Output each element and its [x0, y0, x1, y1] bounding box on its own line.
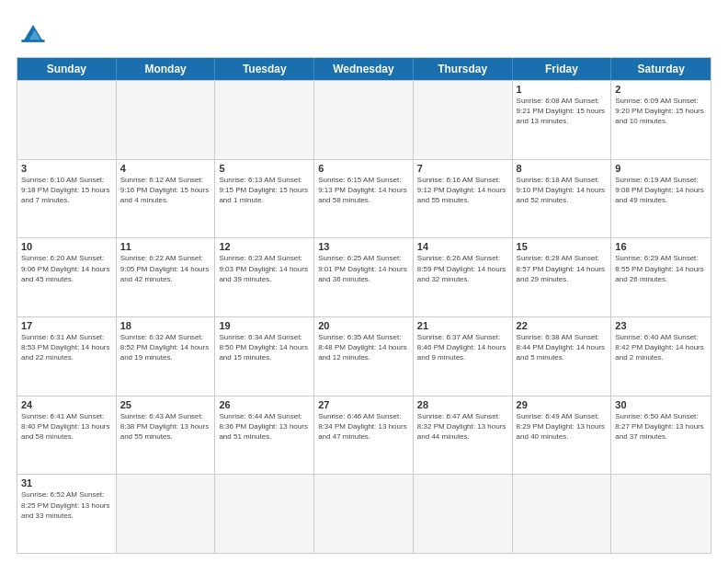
day-info: Sunrise: 6:12 AM Sunset: 9:16 PM Dayligh…	[120, 175, 211, 206]
day-info: Sunrise: 6:29 AM Sunset: 8:55 PM Dayligh…	[615, 253, 707, 284]
day-cell-12: 12Sunrise: 6:23 AM Sunset: 9:03 PM Dayli…	[215, 238, 314, 316]
day-cell-24: 24Sunrise: 6:41 AM Sunset: 8:40 PM Dayli…	[17, 396, 117, 475]
day-info: Sunrise: 6:28 AM Sunset: 8:57 PM Dayligh…	[517, 253, 608, 284]
logo-icon	[17, 17, 50, 50]
day-cell-13: 13Sunrise: 6:25 AM Sunset: 9:01 PM Dayli…	[314, 238, 414, 316]
day-cell-5: 5Sunrise: 6:13 AM Sunset: 9:15 PM Daylig…	[215, 160, 314, 238]
svg-rect-2	[21, 40, 44, 42]
day-cell-8: 8Sunrise: 6:18 AM Sunset: 9:10 PM Daylig…	[513, 160, 612, 238]
day-number: 4	[120, 163, 211, 174]
calendar-row-0: 1Sunrise: 6:08 AM Sunset: 9:21 PM Daylig…	[17, 80, 711, 159]
day-number: 20	[318, 320, 409, 331]
day-number: 31	[21, 477, 112, 488]
empty-cell-5-5	[513, 475, 612, 553]
day-number: 2	[615, 84, 707, 95]
day-cell-29: 29Sunrise: 6:49 AM Sunset: 8:29 PM Dayli…	[513, 396, 612, 475]
empty-cell-5-1	[117, 475, 216, 553]
day-cell-21: 21Sunrise: 6:37 AM Sunset: 8:46 PM Dayli…	[414, 317, 513, 396]
day-cell-10: 10Sunrise: 6:20 AM Sunset: 9:06 PM Dayli…	[17, 238, 117, 316]
weekday-header-monday: Monday	[117, 58, 216, 80]
day-info: Sunrise: 6:47 AM Sunset: 8:32 PM Dayligh…	[417, 411, 508, 442]
day-cell-19: 19Sunrise: 6:34 AM Sunset: 8:50 PM Dayli…	[215, 317, 314, 396]
day-cell-30: 30Sunrise: 6:50 AM Sunset: 8:27 PM Dayli…	[611, 396, 711, 475]
day-number: 11	[120, 241, 211, 252]
day-number: 13	[318, 241, 409, 252]
day-info: Sunrise: 6:52 AM Sunset: 8:25 PM Dayligh…	[21, 489, 112, 521]
day-info: Sunrise: 6:49 AM Sunset: 8:29 PM Dayligh…	[517, 411, 608, 442]
day-info: Sunrise: 6:23 AM Sunset: 9:03 PM Dayligh…	[219, 253, 310, 284]
day-number: 14	[417, 241, 508, 252]
day-info: Sunrise: 6:37 AM Sunset: 8:46 PM Dayligh…	[417, 332, 508, 363]
day-cell-2: 2Sunrise: 6:09 AM Sunset: 9:20 PM Daylig…	[611, 81, 711, 159]
empty-cell-0-3	[314, 81, 414, 159]
day-number: 27	[318, 399, 409, 410]
day-info: Sunrise: 6:40 AM Sunset: 8:42 PM Dayligh…	[615, 332, 707, 363]
day-number: 12	[219, 241, 310, 252]
day-info: Sunrise: 6:09 AM Sunset: 9:20 PM Dayligh…	[615, 96, 707, 127]
day-cell-27: 27Sunrise: 6:46 AM Sunset: 8:34 PM Dayli…	[314, 396, 414, 475]
day-number: 26	[219, 399, 310, 410]
empty-cell-5-2	[215, 475, 314, 553]
day-info: Sunrise: 6:43 AM Sunset: 8:38 PM Dayligh…	[120, 411, 211, 442]
header	[17, 17, 711, 50]
day-cell-7: 7Sunrise: 6:16 AM Sunset: 9:12 PM Daylig…	[414, 160, 513, 238]
day-cell-26: 26Sunrise: 6:44 AM Sunset: 8:36 PM Dayli…	[215, 396, 314, 475]
day-cell-28: 28Sunrise: 6:47 AM Sunset: 8:32 PM Dayli…	[414, 396, 513, 475]
day-info: Sunrise: 6:44 AM Sunset: 8:36 PM Dayligh…	[219, 411, 310, 442]
day-number: 8	[517, 163, 608, 174]
day-cell-16: 16Sunrise: 6:29 AM Sunset: 8:55 PM Dayli…	[611, 238, 711, 316]
day-number: 5	[219, 163, 310, 174]
empty-cell-0-2	[215, 81, 314, 159]
day-info: Sunrise: 6:31 AM Sunset: 8:53 PM Dayligh…	[21, 332, 112, 363]
day-info: Sunrise: 6:50 AM Sunset: 8:27 PM Dayligh…	[615, 411, 707, 442]
day-cell-20: 20Sunrise: 6:35 AM Sunset: 8:48 PM Dayli…	[314, 317, 414, 396]
day-info: Sunrise: 6:16 AM Sunset: 9:12 PM Dayligh…	[417, 175, 508, 206]
day-cell-14: 14Sunrise: 6:26 AM Sunset: 8:59 PM Dayli…	[414, 238, 513, 316]
day-info: Sunrise: 6:25 AM Sunset: 9:01 PM Dayligh…	[318, 253, 409, 284]
day-info: Sunrise: 6:10 AM Sunset: 9:18 PM Dayligh…	[21, 175, 112, 206]
day-cell-4: 4Sunrise: 6:12 AM Sunset: 9:16 PM Daylig…	[117, 160, 216, 238]
empty-cell-0-0	[17, 81, 117, 159]
empty-cell-5-3	[314, 475, 414, 553]
weekday-header-wednesday: Wednesday	[314, 58, 414, 80]
day-info: Sunrise: 6:18 AM Sunset: 9:10 PM Dayligh…	[517, 175, 608, 206]
day-cell-18: 18Sunrise: 6:32 AM Sunset: 8:52 PM Dayli…	[117, 317, 216, 396]
day-cell-1: 1Sunrise: 6:08 AM Sunset: 9:21 PM Daylig…	[513, 81, 612, 159]
day-info: Sunrise: 6:32 AM Sunset: 8:52 PM Dayligh…	[120, 332, 211, 363]
day-number: 22	[517, 320, 608, 331]
day-info: Sunrise: 6:19 AM Sunset: 9:08 PM Dayligh…	[615, 175, 707, 206]
day-number: 29	[517, 399, 608, 410]
calendar-row-3: 17Sunrise: 6:31 AM Sunset: 8:53 PM Dayli…	[17, 316, 711, 396]
empty-cell-5-4	[414, 475, 513, 553]
calendar-header-row: SundayMondayTuesdayWednesdayThursdayFrid…	[17, 58, 711, 80]
empty-cell-0-1	[117, 81, 216, 159]
day-number: 21	[417, 320, 508, 331]
day-cell-25: 25Sunrise: 6:43 AM Sunset: 8:38 PM Dayli…	[117, 396, 216, 475]
calendar: SundayMondayTuesdayWednesdayThursdayFrid…	[17, 57, 711, 554]
empty-cell-0-4	[414, 81, 513, 159]
day-cell-31: 31Sunrise: 6:52 AM Sunset: 8:25 PM Dayli…	[17, 475, 117, 553]
day-number: 24	[21, 399, 112, 410]
day-number: 6	[318, 163, 409, 174]
day-number: 25	[120, 399, 211, 410]
day-info: Sunrise: 6:08 AM Sunset: 9:21 PM Dayligh…	[517, 96, 608, 127]
day-info: Sunrise: 6:46 AM Sunset: 8:34 PM Dayligh…	[318, 411, 409, 442]
calendar-row-2: 10Sunrise: 6:20 AM Sunset: 9:06 PM Dayli…	[17, 237, 711, 316]
day-number: 15	[517, 241, 608, 252]
day-info: Sunrise: 6:35 AM Sunset: 8:48 PM Dayligh…	[318, 332, 409, 363]
weekday-header-thursday: Thursday	[414, 58, 513, 80]
day-number: 18	[120, 320, 211, 331]
day-info: Sunrise: 6:38 AM Sunset: 8:44 PM Dayligh…	[517, 332, 608, 363]
day-number: 9	[615, 163, 707, 174]
day-cell-9: 9Sunrise: 6:19 AM Sunset: 9:08 PM Daylig…	[611, 160, 711, 238]
day-number: 28	[417, 399, 508, 410]
day-cell-11: 11Sunrise: 6:22 AM Sunset: 9:05 PM Dayli…	[117, 238, 216, 316]
calendar-row-4: 24Sunrise: 6:41 AM Sunset: 8:40 PM Dayli…	[17, 396, 711, 475]
page: SundayMondayTuesdayWednesdayThursdayFrid…	[0, 0, 728, 563]
day-number: 3	[21, 163, 112, 174]
day-info: Sunrise: 6:15 AM Sunset: 9:13 PM Dayligh…	[318, 175, 409, 206]
logo	[17, 17, 53, 50]
day-number: 30	[615, 399, 707, 410]
day-cell-23: 23Sunrise: 6:40 AM Sunset: 8:42 PM Dayli…	[611, 317, 711, 396]
day-number: 16	[615, 241, 707, 252]
